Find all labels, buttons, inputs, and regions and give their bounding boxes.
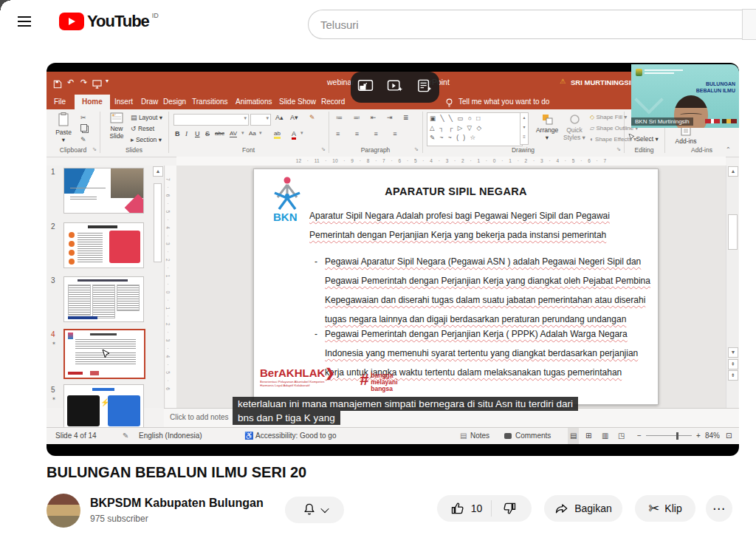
copy-icon[interactable] <box>80 124 87 132</box>
quick-access-more-icon[interactable]: ▾ <box>106 78 109 84</box>
font-size-select[interactable]: ▾ <box>250 114 271 126</box>
addins-button[interactable]: Add-ins <box>671 126 701 145</box>
search-button[interactable] <box>742 9 756 40</box>
zoom-slider[interactable] <box>646 435 692 436</box>
quick-styles-button[interactable]: QuickStyles ▾ <box>562 114 587 141</box>
more-actions-button[interactable]: ⋯ <box>706 495 732 522</box>
tab-insert[interactable]: Insert <box>111 95 136 109</box>
reset-button[interactable]: ↺ Reset <box>131 125 154 132</box>
shapes-gallery-scroll[interactable]: ▴▾≡ <box>520 112 529 145</box>
font-dialog-launcher[interactable]: ⇘ <box>321 146 326 152</box>
share-button[interactable]: Bagikan <box>544 495 622 522</box>
italic-button[interactable]: I <box>185 130 188 137</box>
reading-view-icon[interactable]: ▥ <box>602 428 608 444</box>
clip-button[interactable]: ✂ Klip <box>635 495 695 522</box>
bold-button[interactable]: B <box>175 130 180 137</box>
layout-button[interactable]: ▤ Layout ▾ <box>131 114 162 121</box>
save-icon[interactable] <box>53 78 62 92</box>
hamburger-menu-icon[interactable] <box>18 13 31 30</box>
font-name-select[interactable]: ▾ <box>173 114 249 126</box>
next-slide-icon[interactable]: ⇟ <box>728 370 738 381</box>
char-spacing-button[interactable]: AV <box>230 130 237 137</box>
scroll-up-icon[interactable]: ▲ <box>728 166 738 177</box>
search-input[interactable] <box>308 10 750 39</box>
strikethrough-button[interactable]: S <box>205 130 210 137</box>
zoom-slider-thumb[interactable] <box>676 432 678 440</box>
dislike-button[interactable] <box>492 501 527 516</box>
format-painter-icon[interactable]: ✎ <box>80 136 86 143</box>
paragraph-align-buttons[interactable]: ≡ ≡ ≡ ≡ <box>336 130 404 137</box>
paragraph-dialog-launcher[interactable]: ⇘ <box>414 146 419 152</box>
section-button[interactable]: ▸ Section ▾ <box>131 136 162 143</box>
notification-bell-button[interactable] <box>285 497 344 523</box>
paragraph-list-buttons[interactable]: ≔ ≕ ⇤ ⇥ ≣ <box>336 114 413 121</box>
current-slide[interactable]: BKN APARATUR SIPIL NEGARA Aparatur Sipil… <box>253 168 659 405</box>
grow-font-icon[interactable]: A▴ <box>275 114 284 121</box>
language-status[interactable]: English (Indonesia) <box>139 428 202 444</box>
tab-animations[interactable]: Animations <box>233 95 275 109</box>
slide-thumbnail-3[interactable] <box>63 276 144 322</box>
notes-toggle[interactable]: Notes <box>470 428 489 444</box>
notes-placeholder[interactable]: Click to add notes <box>170 413 229 421</box>
drawing-dialog-launcher[interactable]: ⇘ <box>616 146 621 152</box>
scroll-up-icon[interactable]: ▲ <box>153 166 163 177</box>
channel-avatar[interactable] <box>47 494 80 528</box>
zoom-level[interactable]: 84% <box>705 428 720 444</box>
miniplayer-icon[interactable] <box>357 79 374 95</box>
shapes-gallery[interactable]: ▣ ╲ ╲ ▭ ○ □ △ ┐ ┌ ▷ ▽ ◇ ✎ ~ ~ ( ) ☆ <box>427 112 523 146</box>
clear-format-icon[interactable]: ✎ <box>309 114 315 121</box>
underline-button[interactable]: U <box>195 130 200 137</box>
shape-fill-button[interactable]: ◇ Shape Fill ▾ <box>590 114 627 120</box>
font-color-dd[interactable]: ▾ <box>300 130 303 136</box>
undo-icon[interactable]: ↶ <box>67 78 74 87</box>
slide-thumbnail-2[interactable] <box>63 222 144 268</box>
tab-draw[interactable]: Draw <box>138 95 161 109</box>
tab-file[interactable]: File <box>51 95 69 109</box>
fit-slide-icon[interactable]: ⊡ <box>726 428 732 444</box>
tab-home[interactable]: Home <box>75 95 110 109</box>
arrange-button[interactable]: Arrange▾ <box>534 114 560 141</box>
highlight-color-button[interactable]: ab <box>274 130 281 139</box>
video-player[interactable]: ↶ ↷ ▾ webinar werPoint ⚠ SRI MURTININGSI… <box>47 63 739 456</box>
accessibility-status[interactable]: Accessibility: Good to go <box>255 428 337 444</box>
transcript-sparkle-icon[interactable] <box>416 79 433 95</box>
presenter-account-name[interactable]: SRI MURTININGSIH <box>571 78 636 86</box>
comments-icon[interactable] <box>504 433 512 439</box>
start-slideshow-icon[interactable] <box>92 78 102 92</box>
slide-thumbnail-4-selected[interactable] <box>63 329 145 379</box>
slide-sorter-view-icon[interactable]: ⊞ <box>585 428 591 444</box>
spellcheck-icon[interactable]: ✎ <box>123 428 128 444</box>
zoom-out-icon[interactable]: − <box>637 428 642 444</box>
paste-button[interactable]: Paste▾ <box>52 112 75 143</box>
cut-icon[interactable]: ✂ <box>80 114 86 121</box>
tab-transitions[interactable]: Transitions <box>189 95 231 109</box>
youtube-logo[interactable]: YouTube ID <box>59 12 159 31</box>
comments-toggle[interactable]: Comments <box>515 428 551 444</box>
thumb-panel-scrollbar[interactable]: ▲ <box>153 166 161 408</box>
redo-icon[interactable]: ↷ <box>80 78 87 87</box>
new-slide-button[interactable]: ✶ New Slide <box>106 112 128 140</box>
shrink-font-icon[interactable]: A▾ <box>290 114 298 121</box>
normal-view-icon[interactable]: ▤ <box>568 428 579 444</box>
subscript-button[interactable]: abc <box>215 130 224 137</box>
clipboard-dialog-launcher[interactable]: ⇘ <box>92 146 97 152</box>
zoom-in-icon[interactable]: + <box>696 428 701 444</box>
change-case-dd[interactable]: ▾ <box>259 130 262 136</box>
slide-area-scrollbar[interactable]: ▲ ▼ ⇞ ⇟ <box>726 166 738 408</box>
like-button[interactable]: 10 <box>441 501 492 516</box>
channel-name[interactable]: BKPSDM Kabupaten Bulungan <box>90 497 264 510</box>
tell-me-box[interactable]: Tell me what you want to do <box>456 95 552 109</box>
collapse-ribbon-icon[interactable]: ⌃ <box>726 146 731 153</box>
change-case-button[interactable]: Aa <box>249 130 256 137</box>
scrollbar-thumb[interactable] <box>728 214 738 250</box>
notes-toggle-icon[interactable]: ▤ <box>460 428 467 444</box>
accessibility-icon[interactable]: ♿ <box>244 428 253 444</box>
tab-slideshow[interactable]: Slide Show <box>276 95 319 109</box>
slide-thumbnail-1[interactable] <box>63 168 144 214</box>
select-button[interactable]: Select ▾ <box>628 134 659 143</box>
slideshow-view-icon[interactable]: ◳ <box>618 428 625 444</box>
scroll-down-icon[interactable]: ▼ <box>728 347 738 358</box>
char-spacing-dd[interactable]: ▾ <box>241 130 244 136</box>
slide-thumbnail-5[interactable]: ⚡ <box>63 384 144 430</box>
tab-record[interactable]: Record <box>318 95 348 109</box>
